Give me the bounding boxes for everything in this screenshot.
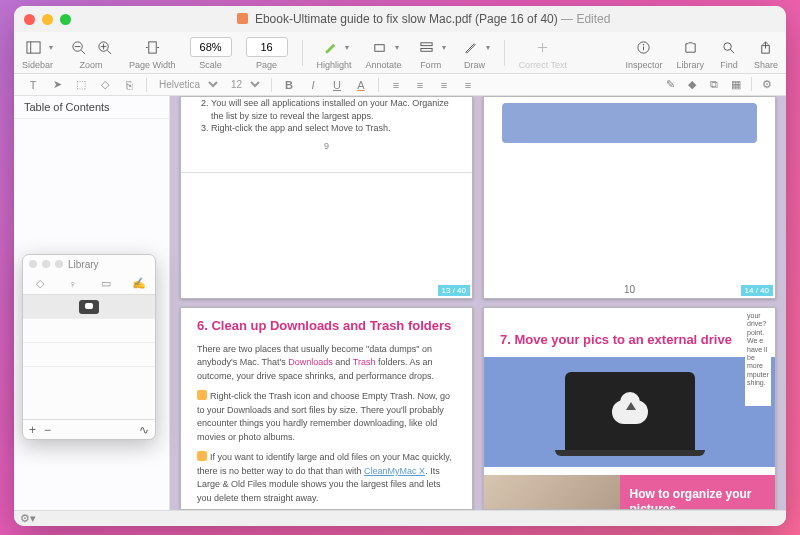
minimize-window-button[interactable] [42,14,53,25]
stamp-icon [79,300,99,314]
library-titlebar[interactable]: Library [23,255,155,273]
zoom-icon[interactable] [55,260,63,268]
signature-button[interactable]: ∿ [139,423,149,437]
form-button[interactable] [416,36,438,58]
svg-rect-9 [149,41,157,52]
chevron-down-icon[interactable]: ▾ [486,43,490,52]
minimize-icon[interactable] [42,260,50,268]
gear-icon[interactable]: ⚙ [758,77,776,93]
page-label: Page [256,60,277,70]
page-14[interactable]: 10 14 / 40 [483,96,776,299]
underline-button[interactable]: U [328,77,346,93]
library-item[interactable] [23,319,155,343]
traffic-lights [24,14,71,25]
library-button[interactable] [679,36,701,58]
scale-label: Scale [199,60,222,70]
library-title: Library [68,259,99,270]
sidebar-toggle-button[interactable] [23,36,45,58]
chevron-down-icon[interactable]: ▾ [49,43,53,52]
page-field[interactable] [246,37,288,57]
library-tab-images[interactable]: ▭ [89,273,122,294]
add-button[interactable]: + [29,423,36,437]
chevron-down-icon[interactable]: ▾ [345,43,349,52]
erase-tool[interactable]: ◇ [96,77,114,93]
page-tag: 13 / 40 [438,285,470,296]
page-13[interactable]: You will see all applications installed … [180,96,473,299]
align-left-button[interactable]: ≡ [387,77,405,93]
svg-line-6 [107,50,111,54]
correct-text-button[interactable] [532,36,554,58]
page-width-button[interactable] [141,36,163,58]
form-label: Form [420,60,441,70]
highlight-label: Highlight [317,60,352,70]
pointing-hand-icon [197,390,207,400]
find-label: Find [720,60,738,70]
align-justify-button[interactable]: ≡ [459,77,477,93]
library-footer: + − ∿ [23,419,155,439]
draw-label: Draw [464,60,485,70]
text-color-button[interactable]: A [352,77,370,93]
annotate-label: Annotate [366,60,402,70]
section-7-heading: 7. Move your pics to an external drive [500,332,759,347]
remove-button[interactable]: − [44,423,51,437]
library-tab-stamps[interactable]: ♀ [56,273,89,294]
bold-button[interactable]: B [280,77,298,93]
sidebar-label: Sidebar [22,60,53,70]
library-panel[interactable]: Library ◇ ♀ ▭ ✍ + − ∿ [22,254,156,440]
align-right-button[interactable]: ≡ [435,77,453,93]
fill-icon[interactable]: ◆ [683,77,701,93]
cloud-upload-icon [612,400,648,424]
correct-text-label: Correct Text [519,60,567,70]
inspector-button[interactable] [633,36,655,58]
tip-box: How to organize your pictures When namin… [620,475,776,510]
copy-tool[interactable]: ⎘ [120,77,138,93]
svg-point-15 [643,43,645,45]
scale-field[interactable] [190,37,232,57]
svg-rect-11 [421,42,432,45]
font-select[interactable]: Helvetica [155,78,221,91]
page-left[interactable]: 6. Clean up Downloads and Trash folders … [180,307,473,510]
find-button[interactable] [718,36,740,58]
close-window-button[interactable] [24,14,35,25]
list-item: You will see all applications installed … [211,97,456,122]
library-item[interactable] [23,295,155,319]
chevron-down-icon[interactable]: ▾ [395,43,399,52]
close-icon[interactable] [29,260,37,268]
font-size-select[interactable]: 12 [227,78,263,91]
zoom-in-button[interactable] [93,36,115,58]
document-area[interactable]: ↔ You will see all applications installe… [170,96,786,510]
library-tab-shapes[interactable]: ◇ [23,273,56,294]
tip-title: How to organize your pictures [630,487,766,510]
laptop-illustration [484,357,775,467]
paragraph: Right-click the Trash icon and choose Em… [197,390,456,444]
align-center-button[interactable]: ≡ [411,77,429,93]
annotate-button[interactable] [369,36,391,58]
share-button[interactable] [755,36,777,58]
select-tool[interactable]: ⬚ [72,77,90,93]
draw-button[interactable] [460,36,482,58]
svg-line-3 [81,50,85,54]
svg-line-17 [731,49,735,53]
pencil-icon[interactable]: ✎ [661,77,679,93]
paragraph: If you want to identify large and old fi… [197,451,456,505]
page-number: 10 [624,284,635,295]
zoom-out-button[interactable] [67,36,89,58]
chevron-down-icon[interactable]: ▾ [442,43,446,52]
pointer-tool[interactable]: ➤ [48,77,66,93]
zoom-window-button[interactable] [60,14,71,25]
library-tab-signatures[interactable]: ✍ [122,273,155,294]
document-icon [237,13,248,24]
library-item[interactable] [23,343,155,367]
window-title: Ebook-Ultimate guide to fix slow Mac.pdf… [71,12,776,26]
photograph [484,475,620,510]
zoom-label: Zoom [80,60,103,70]
page-right[interactable]: your drive? point. We e have ll be more … [483,307,776,510]
crop-icon[interactable]: ⧉ [705,77,723,93]
library-tabs: ◇ ♀ ▭ ✍ [23,273,155,295]
highlight-button[interactable] [319,36,341,58]
gear-icon[interactable]: ⚙▾ [20,512,36,525]
text-tool[interactable]: T [24,77,42,93]
library-label: Library [676,60,704,70]
swatch-icon[interactable]: ▦ [727,77,745,93]
italic-button[interactable]: I [304,77,322,93]
